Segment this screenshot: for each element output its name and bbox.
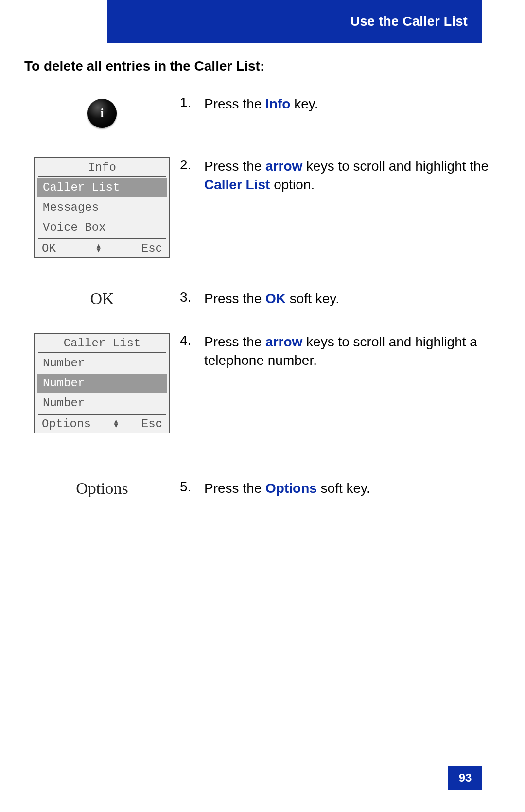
step-1-text: Press the Info key. [204,95,318,113]
callerlist-keyword: Caller List [204,177,270,192]
step-2-text: Press the arrow keys to scroll and highl… [204,157,510,194]
step-2-row: Info Caller List Messages Voice Box OK ▲… [24,157,510,258]
step-5-text: Press the Options soft key. [204,479,370,498]
step-3-text: Press the OK soft key. [204,289,339,308]
arrow-keyword: arrow [265,159,302,174]
screen1-softkey-right: Esc [141,242,162,255]
screen2-softkeys: Options ▲▼ Esc [38,414,166,433]
screen2-item-1: Number [37,374,167,393]
ok-keyword: OK [265,291,286,306]
options-label: Options [76,479,128,498]
screen1-item-messages: Messages [37,198,167,217]
arrow-keyword-2: arrow [265,334,302,349]
page-number: 93 [448,766,482,790]
phone-screen-info: Info Caller List Messages Voice Box OK ▲… [34,157,170,258]
screen1-item-callerlist: Caller List [37,178,167,197]
info-key-glyph: i [100,106,104,121]
step-2-num: 2. [180,157,194,173]
header-title: Use the Caller List [350,14,468,29]
step-5-row: Options 5. Press the Options soft key. [24,479,510,498]
phone-screen-callerlist: Caller List Number Number Number Options… [34,333,170,433]
screen1-title: Info [38,158,166,177]
updown-arrow-icon: ▲▼ [97,245,101,252]
screen1-softkey-left: OK [42,242,56,255]
header-bar: Use the Caller List [107,0,482,43]
info-key-button: i [88,99,117,128]
step-1-row: i 1. Press the Info key. [24,95,510,128]
step-3-num: 3. [180,289,194,305]
section-title: To delete all entries in the Caller List… [24,58,264,74]
step-1-num: 1. [180,95,194,110]
info-keyword: Info [265,96,290,111]
step-3-row: OK 3. Press the OK soft key. [24,289,510,308]
step-4-text: Press the arrow keys to scroll and highl… [204,333,510,370]
ok-label: OK [90,289,114,308]
step-4-row: Caller List Number Number Number Options… [24,333,510,433]
screen1-softkeys: OK ▲▼ Esc [38,238,166,257]
screen2-softkey-right: Esc [141,417,162,431]
screen2-item-0: Number [37,354,167,373]
screen2-title: Caller List [38,334,166,353]
screen2-softkey-left: Options [42,417,91,431]
updown-arrow-icon: ▲▼ [114,420,118,428]
screen1-item-voicebox: Voice Box [37,218,167,237]
step-5-num: 5. [180,479,194,495]
step-4-num: 4. [180,333,194,348]
screen2-item-2: Number [37,394,167,413]
options-keyword: Options [265,481,317,496]
